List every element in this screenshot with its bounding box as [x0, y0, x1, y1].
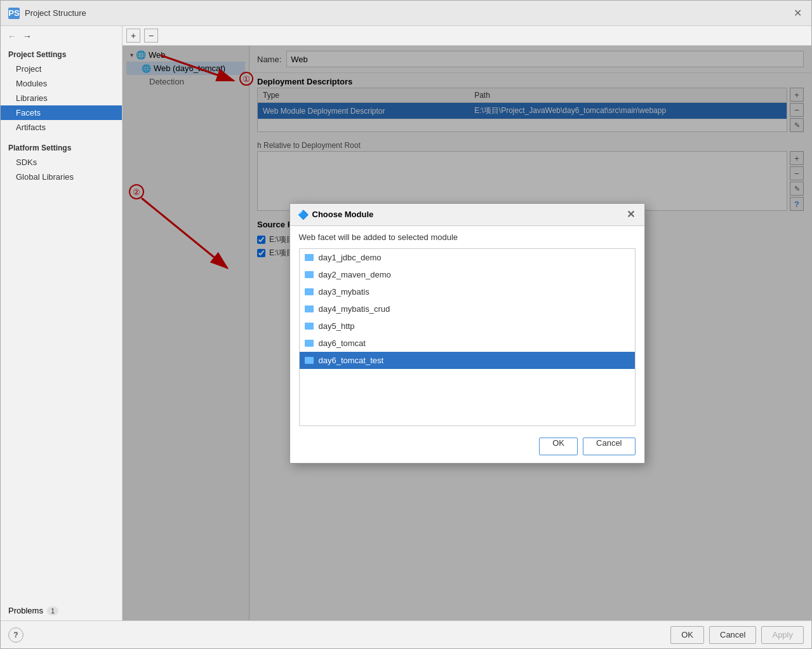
platform-settings-section: Platform Settings SDKs Global Libraries	[1, 140, 122, 184]
sidebar-item-facets[interactable]: Facets	[1, 105, 122, 120]
main-content: ← → Project Settings Project Modules Lib…	[1, 26, 811, 620]
module-name-label: day2_maven_demo	[319, 270, 391, 279]
module-name-label: day6_tomcat	[319, 338, 366, 348]
module-folder-icon	[305, 340, 314, 347]
main-window: PS Project Structure ✕ ← → Project Setti…	[0, 0, 812, 649]
module-folder-icon	[305, 323, 314, 330]
title-bar-left: PS Project Structure	[8, 8, 86, 19]
sidebar-item-libraries[interactable]: Libraries	[1, 91, 122, 105]
module-folder-icon	[305, 305, 314, 312]
add-facet-button[interactable]: +	[126, 29, 140, 43]
dialog-title-label: Choose Module	[312, 210, 374, 219]
dialog-overlay: 🔷 Choose Module ✕ Web facet will be adde…	[123, 46, 811, 620]
forward-button[interactable]: →	[21, 30, 34, 43]
remove-facet-button[interactable]: −	[144, 29, 158, 43]
window-title: Project Structure	[25, 8, 86, 18]
choose-module-dialog: 🔷 Choose Module ✕ Web facet will be adde…	[290, 203, 645, 464]
bottom-bar: ? OK Cancel Apply	[1, 620, 811, 648]
module-name-label: day5_http	[319, 321, 355, 331]
facets-toolbar: + −	[123, 26, 811, 46]
module-name-label: day4_mybatis_crud	[319, 304, 390, 314]
right-content-area: + − ▾ 🌐 Web 🌐 Web (day6_tomcat)	[123, 26, 811, 620]
cancel-button[interactable]: Cancel	[709, 626, 756, 644]
module-folder-icon	[305, 357, 314, 364]
module-list: day1_jdbc_demoday2_maven_demoday3_mybati…	[299, 248, 636, 426]
dialog-ok-button[interactable]: OK	[539, 438, 578, 455]
dialog-cancel-button[interactable]: Cancel	[583, 438, 635, 455]
sidebar-item-global-libraries[interactable]: Global Libraries	[1, 170, 122, 184]
module-name-label: day1_jdbc_demo	[319, 253, 382, 262]
module-list-item[interactable]: day6_tomcat_test	[300, 352, 635, 369]
module-list-item[interactable]: day5_http	[300, 318, 635, 335]
sidebar-item-project[interactable]: Project	[1, 62, 122, 76]
ok-button[interactable]: OK	[670, 626, 704, 644]
module-name-label: day6_tomcat_test	[319, 356, 384, 365]
content-split: ▾ 🌐 Web 🌐 Web (day6_tomcat) Detection	[123, 46, 811, 620]
dialog-title-content: 🔷 Choose Module	[298, 210, 374, 220]
dialog-icon: 🔷	[298, 210, 309, 220]
dialog-close-button[interactable]: ✕	[625, 209, 637, 220]
dialog-title-bar: 🔷 Choose Module ✕	[290, 204, 644, 226]
sidebar-item-sdks[interactable]: SDKs	[1, 155, 122, 170]
help-button[interactable]: ?	[8, 627, 23, 643]
project-settings-label: Project Settings	[1, 46, 122, 62]
title-bar: PS Project Structure ✕	[1, 1, 811, 26]
apply-button[interactable]: Apply	[761, 626, 804, 644]
dialog-subtitle: Web facet will be added to selected modu…	[290, 226, 644, 246]
nav-arrows-row: ← →	[1, 26, 122, 46]
module-name-label: day3_mybatis	[319, 287, 369, 297]
module-list-item[interactable]: day4_mybatis_crud	[300, 300, 635, 318]
back-button[interactable]: ←	[6, 30, 18, 43]
module-list-item[interactable]: day3_mybatis	[300, 283, 635, 300]
module-list-item[interactable]: day2_maven_demo	[300, 266, 635, 283]
problems-item[interactable]: Problems 1	[1, 601, 122, 620]
module-list-item[interactable]: day1_jdbc_demo	[300, 249, 635, 266]
app-icon: PS	[8, 8, 20, 19]
problems-label: Problems	[8, 606, 43, 615]
platform-settings-label: Platform Settings	[1, 140, 122, 155]
dialog-buttons: OK Cancel	[290, 432, 644, 463]
sidebar-item-artifacts[interactable]: Artifacts	[1, 120, 122, 135]
module-folder-icon	[305, 271, 314, 278]
sidebar-item-modules[interactable]: Modules	[1, 76, 122, 91]
close-button[interactable]: ✕	[794, 8, 804, 18]
module-folder-icon	[305, 254, 314, 261]
module-list-item[interactable]: day6_tomcat	[300, 335, 635, 352]
module-folder-icon	[305, 288, 314, 295]
sidebar: ← → Project Settings Project Modules Lib…	[1, 26, 123, 620]
problems-badge: 1	[47, 606, 58, 615]
